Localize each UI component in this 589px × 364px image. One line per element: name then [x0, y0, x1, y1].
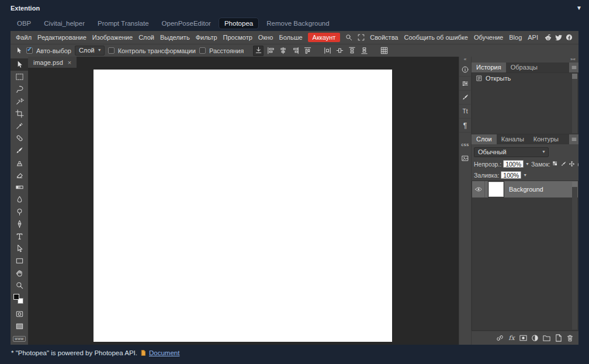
tab-prompt-translate[interactable]: Prompt Translate — [92, 18, 154, 29]
move-tool[interactable] — [11, 58, 28, 71]
crop-tool[interactable] — [11, 108, 28, 120]
layers-scrollbar[interactable] — [572, 182, 577, 330]
rect-shape-tool[interactable] — [11, 255, 28, 267]
tab-channels[interactable]: Каналы — [497, 134, 529, 144]
character-panel-icon[interactable]: Tt — [459, 105, 471, 119]
distribute-v-icon[interactable] — [334, 46, 345, 56]
pen-tool[interactable] — [11, 218, 28, 230]
hand-tool[interactable] — [11, 267, 28, 279]
gradient-tool[interactable] — [11, 181, 28, 193]
new-layer-icon[interactable] — [553, 333, 563, 343]
menu-blog[interactable]: Blog — [506, 31, 525, 44]
distribute-h-icon[interactable] — [322, 46, 332, 56]
collapse-right-icon[interactable]: »« — [472, 57, 578, 63]
align-left-edges-icon[interactable] — [265, 46, 276, 56]
menu-filter[interactable]: Фильтр — [193, 31, 220, 44]
layer-thumbnail[interactable] — [488, 182, 504, 197]
history-scrollbar[interactable] — [572, 74, 577, 133]
tab-layers[interactable]: Слои — [472, 134, 497, 144]
css-panel-icon[interactable]: css — [459, 137, 471, 151]
layers-menu-icon[interactable] — [569, 134, 578, 144]
brush-panel-icon[interactable] — [459, 91, 471, 105]
menu-properties[interactable]: Свойства — [367, 31, 401, 44]
path-select-tool[interactable] — [11, 242, 28, 255]
clone-stamp-tool[interactable] — [11, 157, 28, 169]
tab-swatches[interactable]: Образцы — [506, 63, 542, 72]
adjustments-icon[interactable] — [459, 77, 471, 91]
distribute-tops-icon[interactable] — [347, 46, 357, 56]
align-right-edges-icon[interactable] — [290, 46, 300, 56]
lock-pixels-icon[interactable] — [560, 161, 567, 168]
eyedropper-tool[interactable] — [11, 120, 28, 132]
folder-icon[interactable] — [542, 333, 552, 343]
account-button[interactable]: Аккаунт — [308, 33, 341, 42]
menu-learn[interactable]: Обучение — [471, 31, 506, 44]
eraser-tool[interactable] — [11, 169, 28, 181]
opacity-dropdown-icon[interactable]: ▼ — [525, 162, 529, 166]
blend-mode-select[interactable]: Обычный ▼ — [474, 147, 549, 157]
tab-paths[interactable]: Контуры — [529, 134, 563, 144]
tab-obp[interactable]: OBP — [12, 18, 36, 29]
mask-icon[interactable] — [518, 333, 528, 343]
menu-api[interactable]: API — [525, 31, 541, 44]
color-swatches[interactable] — [11, 292, 28, 308]
link-icon[interactable] — [495, 333, 505, 343]
menu-layer[interactable]: Слой — [136, 31, 157, 44]
tab-remove-background[interactable]: Remove Background — [261, 18, 334, 29]
delete-icon[interactable] — [565, 333, 575, 343]
target-dropdown[interactable]: Слой ▼ — [75, 46, 105, 56]
quick-mask-icon[interactable] — [11, 308, 28, 320]
transform-controls-checkbox[interactable] — [108, 47, 115, 54]
document-link[interactable]: Document — [140, 349, 179, 356]
opacity-input[interactable]: 100% — [503, 160, 524, 168]
effects-icon[interactable]: fx — [507, 333, 517, 343]
lock-position-icon[interactable] — [569, 161, 576, 168]
canvas[interactable] — [93, 70, 392, 342]
menu-image[interactable]: Изображение — [89, 31, 136, 44]
tab-history[interactable]: История — [472, 63, 506, 72]
align-anchor-icon[interactable] — [253, 46, 264, 56]
fullscreen-icon[interactable] — [355, 31, 367, 44]
www-icon[interactable]: WWW — [11, 332, 28, 345]
menu-file[interactable]: Файл — [13, 31, 34, 44]
tab-civitai-helper[interactable]: Civitai_helper — [39, 18, 90, 29]
distribute-bottoms-icon[interactable] — [359, 46, 369, 56]
fill-dropdown-icon[interactable]: ▼ — [523, 173, 527, 177]
twitter-icon[interactable] — [555, 33, 563, 41]
screen-mode-icon[interactable] — [11, 320, 28, 332]
layer-visibility-toggle[interactable] — [472, 181, 485, 197]
adjustment-icon[interactable] — [530, 333, 540, 343]
magic-wand-tool[interactable] — [11, 95, 28, 108]
auto-select-checkbox[interactable]: ✓ — [26, 47, 33, 54]
close-icon[interactable]: × — [68, 59, 71, 66]
rect-select-tool[interactable] — [11, 71, 28, 83]
tab-openposeeditor[interactable]: OpenPoseEditor — [157, 18, 216, 29]
tab-photopea[interactable]: Photopea — [219, 18, 259, 29]
grid-view-icon[interactable] — [379, 46, 389, 56]
dodge-tool[interactable] — [11, 206, 28, 218]
type-tool[interactable] — [11, 230, 28, 242]
align-centers-h-icon[interactable] — [278, 46, 288, 56]
menu-window[interactable]: Окно — [255, 31, 276, 44]
collapse-left-icon[interactable]: « — [459, 57, 471, 63]
menu-edit[interactable]: Редактирование — [34, 31, 89, 44]
healing-brush-tool[interactable] — [11, 132, 28, 144]
search-icon[interactable] — [342, 31, 355, 44]
image-panel-icon[interactable] — [459, 151, 471, 165]
menu-report-bug[interactable]: Сообщить об ошибке — [401, 31, 471, 44]
history-menu-icon[interactable] — [569, 63, 578, 72]
accordion-arrow-icon[interactable]: ▼ — [576, 5, 582, 11]
document-tab[interactable]: image.psd × — [28, 57, 77, 68]
facebook-icon[interactable] — [565, 33, 573, 41]
blur-tool[interactable] — [11, 193, 28, 206]
lock-all-icon[interactable] — [577, 161, 578, 168]
menu-view[interactable]: Просмотр — [220, 31, 255, 44]
paragraph-panel-icon[interactable]: ¶ — [459, 119, 471, 133]
zoom-tool[interactable] — [11, 279, 28, 292]
distances-checkbox[interactable] — [199, 47, 206, 54]
brush-tool[interactable] — [11, 144, 28, 157]
layer-row-background[interactable]: Background — [472, 181, 578, 197]
menu-select[interactable]: Выделить — [157, 31, 193, 44]
history-entry[interactable]: Открыть — [472, 73, 578, 83]
foreground-color-swatch[interactable] — [13, 294, 19, 300]
